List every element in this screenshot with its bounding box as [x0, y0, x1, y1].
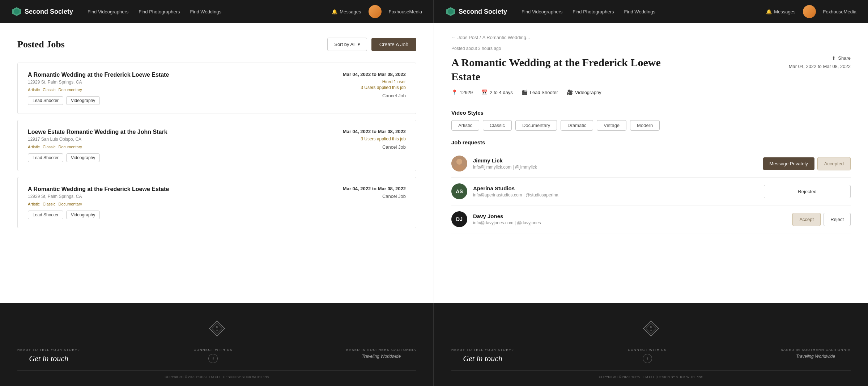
accept-button-2[interactable]: Accept — [792, 213, 821, 226]
job-0-badge-0[interactable]: Lead Shooter — [28, 96, 63, 105]
sort-button[interactable]: Sort by All ▾ — [327, 38, 367, 51]
brand-right[interactable]: Second Society — [446, 7, 507, 17]
calendar-icon: 📅 — [481, 89, 488, 95]
avatar-right[interactable] — [803, 5, 816, 18]
breadcrumb: ← Jobs Post / A Romantic Wedding... — [451, 35, 851, 40]
avatar-initials-1: AS — [456, 188, 463, 194]
job-2-badge-1[interactable]: Videography — [66, 211, 100, 219]
request-info-0: Jimmy Lick info@jimmylick.com | @jimmyli… — [473, 157, 757, 170]
meta-role: 🎬 Lead Shooter — [522, 89, 558, 95]
breadcrumb-jobs[interactable]: Jobs Post — [458, 35, 478, 40]
job-1-badge-0[interactable]: Lead Shooter — [28, 153, 63, 162]
create-job-button[interactable]: Create A Job — [371, 38, 416, 51]
footer-col1-main-right[interactable]: Get in touch — [451, 354, 514, 363]
style-tag-5[interactable]: Modern — [630, 120, 660, 131]
requester-name-1: Aperina Studios — [473, 185, 758, 191]
nav-photographers-left[interactable]: Find Photographers — [139, 9, 180, 14]
footer-col3-label-left: BASED IN SOUTHERN CALIFORNIA — [346, 348, 416, 352]
style-tag-1[interactable]: Classic — [483, 120, 512, 131]
nav-photographers-right[interactable]: Find Photographers — [573, 9, 614, 14]
job-1-tags: Artistic Classic Documentary — [28, 145, 319, 149]
footer-logo-right: R A — [451, 318, 851, 339]
job-2-badges: Lead Shooter Videography — [28, 211, 319, 219]
svg-rect-12 — [646, 323, 656, 334]
job-0-tag-2[interactable]: Documentary — [58, 88, 82, 92]
job-2-date: Mar 04, 2022 to Mar 08, 2022 — [319, 186, 406, 191]
svg-text:A: A — [216, 329, 218, 332]
request-item-0: Jimmy Lick info@jimmylick.com | @jimmyli… — [451, 150, 851, 178]
style-tag-0[interactable]: Artistic — [451, 120, 479, 131]
job-card-0-right: Mar 04, 2022 to Mar 08, 2022 Hired 1 use… — [319, 72, 406, 98]
meta-location-value: 12929 — [460, 90, 473, 95]
job-0-cancel[interactable]: Cancel Job — [319, 93, 406, 98]
meta-location: 📍 12929 — [451, 89, 473, 95]
share-button[interactable]: ⬆ Share — [789, 55, 851, 61]
job-0-title: A Romantic Wedding at the Frederick Loew… — [28, 72, 319, 78]
messages-right[interactable]: 🔔 Messages — [766, 9, 795, 14]
job-1-badge-1[interactable]: Videography — [66, 153, 100, 162]
job-2-tag-0[interactable]: Artistic — [28, 202, 40, 206]
footer-col2-label-right: CONNECT WITH US — [628, 348, 667, 352]
breadcrumb-separator: / — [480, 35, 481, 40]
request-actions-1: Rejected — [764, 185, 851, 198]
footer-col2-right: CONNECT WITH US f — [628, 348, 667, 363]
avatar-left[interactable] — [369, 5, 382, 18]
message-button-0[interactable]: Message Privately — [763, 157, 814, 170]
job-2-cancel[interactable]: Cancel Job — [319, 194, 406, 199]
brand-left[interactable]: Second Society — [12, 7, 73, 17]
svg-text:R: R — [650, 326, 652, 328]
job-2-tag-1[interactable]: Classic — [43, 202, 55, 206]
job-card-2: A Romantic Wedding at the Frederick Loew… — [17, 177, 416, 228]
style-tags: Artistic Classic Documentary Dramatic Vi… — [451, 120, 851, 131]
share-icon: ⬆ — [832, 55, 836, 61]
job-0-applied: 3 Users applied this job — [319, 85, 406, 90]
footer-diamond-icon-left: R A — [206, 318, 228, 339]
job-card-0-top: A Romantic Wedding at the Frederick Loew… — [28, 72, 406, 105]
job-1-location: 12917 San Luis Obispo, CA — [28, 137, 319, 142]
breadcrumb-arrow: ← — [451, 35, 456, 40]
nav-videographers-right[interactable]: Find Videographers — [522, 9, 562, 14]
svg-text:A: A — [650, 329, 652, 332]
job-0-tag-0[interactable]: Artistic — [28, 88, 40, 92]
meta-duration-value: 2 to 4 days — [490, 90, 513, 95]
request-item-2: DJ Davy Jones info@davyjones.com | @davy… — [451, 205, 851, 233]
job-2-location: 12929 St, Palm Springs, CA — [28, 194, 319, 199]
request-item-1: AS Aperina Studios info@aperinastudios.c… — [451, 178, 851, 205]
job-0-badge-1[interactable]: Videography — [66, 96, 100, 105]
style-tag-2[interactable]: Documentary — [515, 120, 557, 131]
requester-contact-1: info@aperinastudios.com | @studiosaperin… — [473, 192, 758, 198]
style-tag-4[interactable]: Vintage — [597, 120, 626, 131]
style-tag-3[interactable]: Dramatic — [561, 120, 593, 131]
footer-col3-left: BASED IN SOUTHERN CALIFORNIA Traveling W… — [346, 348, 416, 363]
request-info-2: Davy Jones info@davyjones.com | @davyjon… — [473, 213, 787, 225]
job-2-tag-2[interactable]: Documentary — [58, 202, 82, 206]
accepted-button-0[interactable]: Accepted — [817, 157, 851, 170]
job-1-tag-1[interactable]: Classic — [43, 145, 55, 149]
nav-weddings-right[interactable]: Find Weddings — [624, 9, 655, 14]
detail-title: A Romantic Wedding at the Frederick Loew… — [451, 55, 668, 84]
request-avatar-2: DJ — [451, 211, 467, 227]
footer-col1-label-left: READY TO TELL YOUR STORY? — [17, 348, 80, 352]
left-navbar-right: 🔔 Messages FoxhouseMedia — [332, 5, 422, 18]
footer-social-icon-left[interactable]: f — [208, 354, 218, 363]
nav-videographers-left[interactable]: Find Videographers — [88, 9, 128, 14]
footer-social-icon-right[interactable]: f — [643, 354, 652, 363]
requester-name-0: Jimmy Lick — [473, 157, 757, 164]
footer-col1-main-left[interactable]: Get in touch — [17, 354, 80, 363]
job-0-tag-1[interactable]: Classic — [43, 88, 55, 92]
job-1-cancel[interactable]: Cancel Job — [319, 144, 406, 150]
rejected-button-1[interactable]: Rejected — [764, 185, 851, 198]
breadcrumb-current: A Romantic Wedding... — [482, 35, 530, 40]
job-2-badge-0[interactable]: Lead Shooter — [28, 211, 63, 219]
sort-label: Sort by All — [334, 42, 356, 47]
job-1-tag-0[interactable]: Artistic — [28, 145, 40, 149]
requester-name-2: Davy Jones — [473, 213, 787, 219]
reject-button-2[interactable]: Reject — [824, 213, 851, 226]
nav-weddings-left[interactable]: Find Weddings — [190, 9, 221, 14]
job-1-badges: Lead Shooter Videography — [28, 153, 319, 162]
job-card-2-right: Mar 04, 2022 to Mar 08, 2022 Cancel Job — [319, 186, 406, 199]
job-0-badges: Lead Shooter Videography — [28, 96, 319, 105]
messages-left[interactable]: 🔔 Messages — [332, 9, 361, 14]
job-1-tag-2[interactable]: Documentary — [58, 145, 82, 149]
detail-header: A Romantic Wedding at the Frederick Loew… — [451, 55, 851, 84]
